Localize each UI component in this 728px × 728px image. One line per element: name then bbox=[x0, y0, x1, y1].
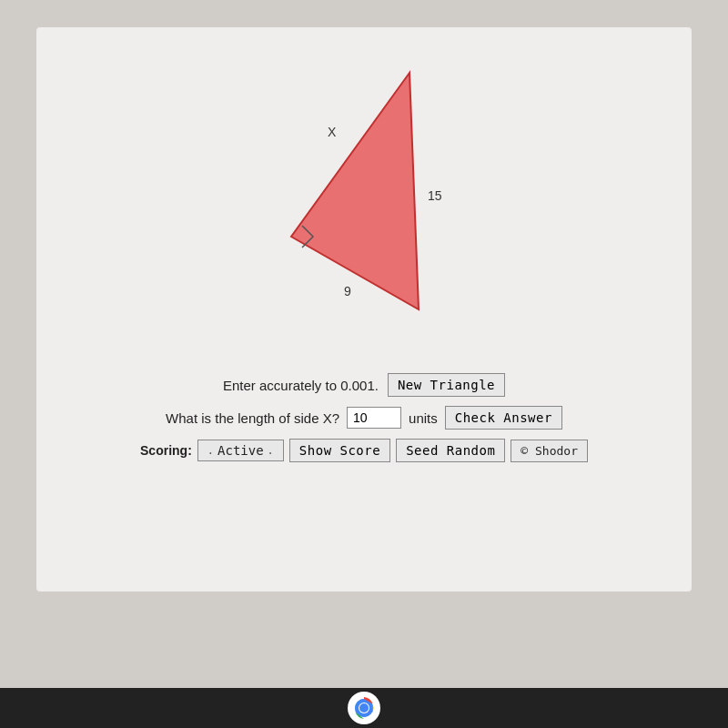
active-badge: . Active . bbox=[197, 440, 284, 461]
units-label: units bbox=[409, 410, 438, 426]
row1: Enter accurately to 0.001. New Triangle bbox=[223, 373, 505, 397]
label-15: 15 bbox=[428, 188, 442, 203]
dot1: . bbox=[207, 444, 214, 457]
triangle-svg: X 15 9 bbox=[237, 55, 491, 346]
accuracy-label: Enter accurately to 0.001. bbox=[223, 378, 379, 393]
active-label: Active bbox=[217, 443, 264, 458]
question-label: What is the length of side X? bbox=[166, 410, 339, 426]
seed-random-button[interactable]: Seed Random bbox=[396, 439, 505, 462]
label-9: 9 bbox=[344, 284, 351, 298]
chrome-icon[interactable] bbox=[348, 692, 380, 724]
main-card: X 15 9 Enter accurately to 0.001. New Tr… bbox=[36, 27, 692, 592]
dot2: . bbox=[268, 444, 274, 457]
triangle-polygon bbox=[291, 73, 419, 309]
show-score-button[interactable]: Show Score bbox=[289, 439, 390, 462]
svg-point-4 bbox=[359, 703, 369, 713]
row3: Scoring: . Active . Show Score Seed Rand… bbox=[140, 439, 588, 462]
new-triangle-button[interactable]: New Triangle bbox=[388, 373, 505, 397]
controls-area: Enter accurately to 0.001. New Triangle … bbox=[36, 373, 692, 462]
row2: What is the length of side X? units Chec… bbox=[166, 406, 562, 430]
check-answer-button[interactable]: Check Answer bbox=[445, 406, 562, 430]
taskbar bbox=[0, 688, 728, 728]
triangle-area: X 15 9 bbox=[36, 27, 692, 373]
copyright-box: © Shodor bbox=[511, 440, 588, 462]
scoring-label: Scoring: bbox=[140, 443, 192, 458]
label-x: X bbox=[328, 125, 337, 139]
answer-input[interactable] bbox=[347, 407, 401, 429]
